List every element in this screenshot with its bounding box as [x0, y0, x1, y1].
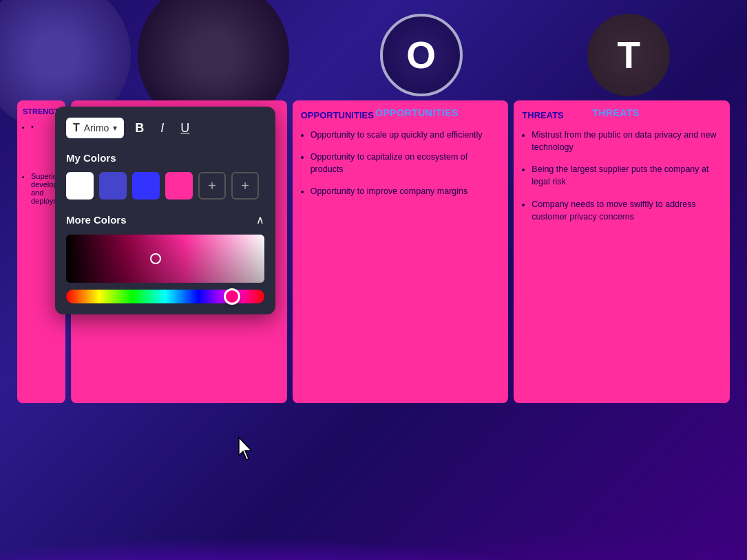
opportunities-letter: O: [406, 33, 436, 77]
main-layout: O T STRENGTHS • Superior development and…: [0, 0, 747, 560]
font-name: Arimo: [84, 122, 109, 133]
color-swatches-row: + +: [66, 172, 264, 200]
more-colors-section[interactable]: More Colors ∧: [66, 213, 264, 226]
threats-list: Mistrust from the public on data privacy…: [522, 129, 722, 223]
opportunities-circle: O: [380, 14, 463, 96]
list-item: Opportunity to scale up quickly and effi…: [311, 129, 501, 141]
threats-circle: T: [587, 14, 670, 96]
gradient-color-picker[interactable]: [66, 235, 264, 283]
list-item: Opportunity to capitalize on ecosystem o…: [311, 151, 501, 175]
font-chevron-icon: ▾: [113, 123, 117, 133]
more-colors-title: More Colors: [66, 214, 127, 226]
opportunities-top: O: [320, 14, 523, 96]
opportunities-col: OPPORTUNITIES Opportunity to scale up qu…: [293, 100, 509, 403]
swatch-blue[interactable]: [99, 172, 127, 200]
hue-slider[interactable]: [66, 290, 264, 303]
swatch-indigo[interactable]: [132, 172, 160, 200]
opportunities-label-row: OPPORTUNITIES: [320, 107, 514, 119]
font-selector[interactable]: T Arimo ▾: [66, 118, 124, 138]
chevron-up-icon: ∧: [256, 213, 264, 226]
opportunities-col-label: OPPORTUNITIES: [375, 107, 459, 118]
mouse-cursor: [238, 436, 258, 464]
svg-marker-0: [239, 438, 251, 460]
threats-col: THREATS Mistrust from the public on data…: [514, 100, 730, 403]
picker-cursor: [150, 253, 161, 264]
add-swatch-button-1[interactable]: +: [198, 172, 226, 200]
threats-col-label: THREATS: [592, 107, 640, 118]
swatch-pink[interactable]: [165, 172, 193, 200]
bold-button[interactable]: B: [129, 118, 149, 138]
my-colors-title: My Colors: [66, 152, 264, 164]
add-swatch-button-2[interactable]: +: [231, 172, 259, 200]
swatch-white[interactable]: [66, 172, 94, 200]
hue-cursor: [224, 288, 240, 305]
threats-top: T: [528, 14, 730, 96]
list-item: Company needs to move swiftly to address…: [532, 198, 722, 223]
color-picker-popup: T Arimo ▾ B I U My Colors + + More Color…: [55, 107, 275, 314]
col-header-labels: OPPORTUNITIES THREATS: [320, 107, 713, 119]
list-item: Mistrust from the public on data privacy…: [532, 129, 722, 153]
list-item: Opportunity to improve company margins: [311, 185, 501, 197]
strengths-header-partial: STRENGTHS: [23, 107, 60, 116]
threats-letter: T: [617, 33, 640, 77]
strengths-list-partial: • Superior development and deployment: [23, 122, 60, 205]
list-item: Being the largest supplier puts the comp…: [532, 163, 722, 188]
text-icon: T: [73, 122, 80, 134]
italic-button[interactable]: I: [155, 118, 169, 138]
opportunities-list: Opportunity to scale up quickly and effi…: [301, 129, 501, 198]
underline-button[interactable]: U: [175, 118, 195, 138]
toolbar-row: T Arimo ▾ B I U: [66, 118, 264, 138]
threats-label-row: THREATS: [519, 107, 713, 119]
gradient-picker-overlay: [66, 235, 264, 283]
